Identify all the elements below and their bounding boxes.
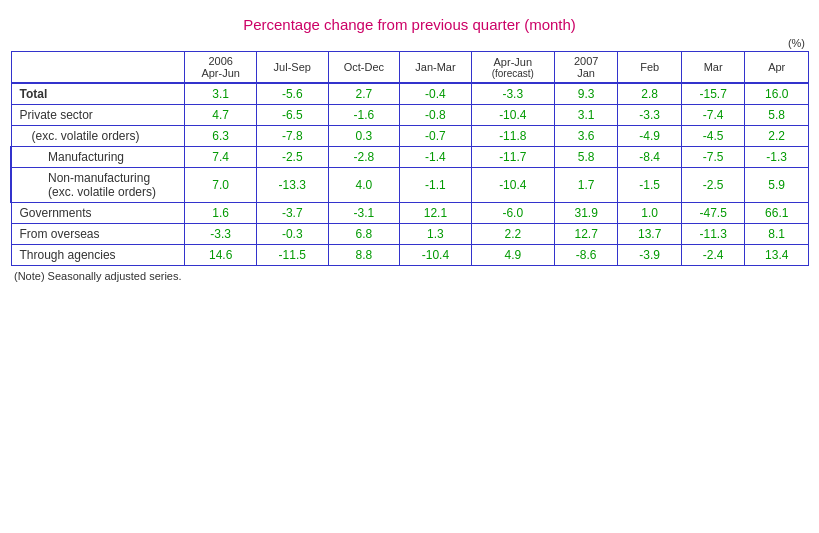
table-row: Governments1.6-3.7-3.112.1-6.031.91.0-47…	[11, 203, 809, 224]
cell-value: 1.6	[185, 203, 257, 224]
cell-value: 66.1	[745, 203, 809, 224]
page-title: Percentage change from previous quarter …	[10, 10, 809, 33]
cell-value: -6.5	[256, 105, 328, 126]
cell-value: -1.4	[400, 147, 472, 168]
cell-value: -8.6	[554, 245, 618, 266]
row-label: (exc. volatile orders)	[11, 126, 185, 147]
cell-value: -1.1	[400, 168, 472, 203]
cell-value: -6.0	[471, 203, 554, 224]
cell-value: -13.3	[256, 168, 328, 203]
cell-value: -7.8	[256, 126, 328, 147]
cell-value: 2.2	[745, 126, 809, 147]
cell-value: -3.3	[185, 224, 257, 245]
cell-value: 6.3	[185, 126, 257, 147]
table-row: Private sector4.7-6.5-1.6-0.8-10.43.1-3.…	[11, 105, 809, 126]
cell-value: -3.3	[618, 105, 682, 126]
percent-unit: (%)	[10, 37, 809, 49]
cell-value: -3.9	[618, 245, 682, 266]
cell-value: -3.7	[256, 203, 328, 224]
row-label: From overseas	[11, 224, 185, 245]
row-label: Total	[11, 83, 185, 105]
col-header-oct-dec: Oct-Dec	[328, 52, 400, 84]
table-row: From overseas-3.3-0.36.81.32.212.713.7-1…	[11, 224, 809, 245]
cell-value: 4.9	[471, 245, 554, 266]
cell-value: -11.5	[256, 245, 328, 266]
cell-value: 4.7	[185, 105, 257, 126]
cell-value: 1.7	[554, 168, 618, 203]
cell-value: 7.4	[185, 147, 257, 168]
table-row: Non-manufacturing(exc. volatile orders)7…	[11, 168, 809, 203]
cell-value: -4.9	[618, 126, 682, 147]
cell-value: 1.3	[400, 224, 472, 245]
cell-value: 3.1	[554, 105, 618, 126]
cell-value: -1.6	[328, 105, 400, 126]
col-header-mar: Mar	[681, 52, 745, 84]
year-2007: 2007	[560, 55, 613, 67]
cell-value: 31.9	[554, 203, 618, 224]
cell-value: 9.3	[554, 83, 618, 105]
cell-value: 2.2	[471, 224, 554, 245]
cell-value: -0.8	[400, 105, 472, 126]
cell-value: 14.6	[185, 245, 257, 266]
cell-value: 2.8	[618, 83, 682, 105]
cell-value: -2.5	[256, 147, 328, 168]
cell-value: -11.7	[471, 147, 554, 168]
cell-value: -3.1	[328, 203, 400, 224]
cell-value: 12.7	[554, 224, 618, 245]
col-header-apr-jun: 2006 Apr-Jun	[185, 52, 257, 84]
cell-value: 16.0	[745, 83, 809, 105]
cell-value: -1.5	[618, 168, 682, 203]
cell-value: 7.0	[185, 168, 257, 203]
col-header-feb: Feb	[618, 52, 682, 84]
cell-value: -0.4	[400, 83, 472, 105]
cell-value: -10.4	[471, 168, 554, 203]
col-header-jul-sep: Jul-Sep	[256, 52, 328, 84]
cell-value: -0.3	[256, 224, 328, 245]
cell-value: -7.4	[681, 105, 745, 126]
cell-value: 13.4	[745, 245, 809, 266]
col-header-jan: 2007 Jan	[554, 52, 618, 84]
cell-value: -2.4	[681, 245, 745, 266]
cell-value: 8.1	[745, 224, 809, 245]
cell-value: -1.3	[745, 147, 809, 168]
cell-value: -10.4	[471, 105, 554, 126]
note: (Note) Seasonally adjusted series.	[10, 270, 809, 282]
forecast-label: (forecast)	[477, 68, 549, 79]
apr-jun-label: Apr-Jun	[190, 67, 251, 79]
cell-value: 12.1	[400, 203, 472, 224]
year-2006: 2006	[190, 55, 251, 67]
row-label: Private sector	[11, 105, 185, 126]
col-header-apr-jun-forecast: Apr-Jun (forecast)	[471, 52, 554, 84]
cell-value: -0.7	[400, 126, 472, 147]
col-header-jan-mar: Jan-Mar	[400, 52, 472, 84]
cell-value: -15.7	[681, 83, 745, 105]
cell-value: 1.0	[618, 203, 682, 224]
main-table: 2006 Apr-Jun Jul-Sep Oct-Dec Jan-Mar Apr…	[10, 51, 809, 266]
row-label: Governments	[11, 203, 185, 224]
table-row: Through agencies14.6-11.58.8-10.44.9-8.6…	[11, 245, 809, 266]
col-header-label	[11, 52, 185, 84]
cell-value: 5.8	[745, 105, 809, 126]
cell-value: 13.7	[618, 224, 682, 245]
cell-value: 3.6	[554, 126, 618, 147]
cell-value: -4.5	[681, 126, 745, 147]
cell-value: -11.8	[471, 126, 554, 147]
cell-value: 0.3	[328, 126, 400, 147]
cell-value: -47.5	[681, 203, 745, 224]
table-row: Total3.1-5.62.7-0.4-3.39.32.8-15.716.0	[11, 83, 809, 105]
col-header-apr: Apr	[745, 52, 809, 84]
table-row: Manufacturing7.4-2.5-2.8-1.4-11.75.8-8.4…	[11, 147, 809, 168]
cell-value: 5.9	[745, 168, 809, 203]
cell-value: 3.1	[185, 83, 257, 105]
apr-jun-f-label: Apr-Jun	[477, 56, 549, 68]
cell-value: 4.0	[328, 168, 400, 203]
table-row: (exc. volatile orders)6.3-7.80.3-0.7-11.…	[11, 126, 809, 147]
cell-value: 6.8	[328, 224, 400, 245]
jan-label: Jan	[560, 67, 613, 79]
row-label: Manufacturing	[11, 147, 185, 168]
cell-value: -11.3	[681, 224, 745, 245]
row-label: Through agencies	[11, 245, 185, 266]
cell-value: -2.8	[328, 147, 400, 168]
cell-value: -8.4	[618, 147, 682, 168]
cell-value: -10.4	[400, 245, 472, 266]
